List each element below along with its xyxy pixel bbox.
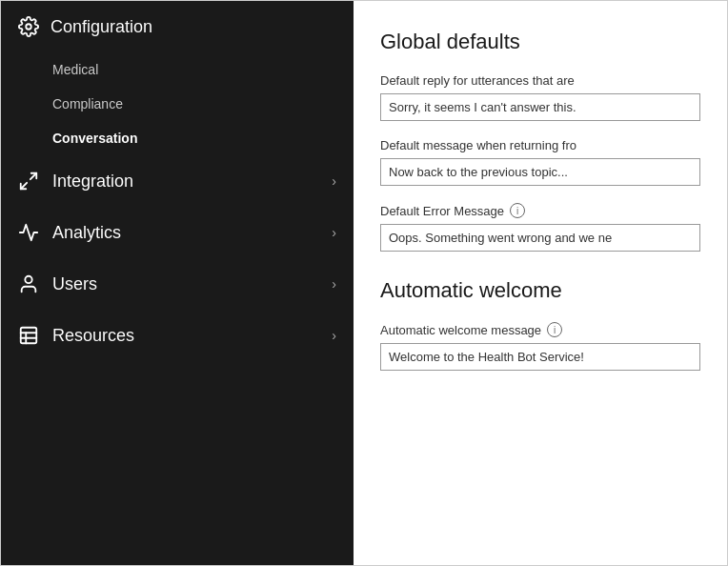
sidebar-item-medical[interactable]: Medical xyxy=(1,52,354,87)
users-chevron-icon: › xyxy=(332,276,336,292)
sidebar-item-analytics[interactable]: Analytics › xyxy=(1,207,354,258)
sidebar-item-conversation[interactable]: Conversation xyxy=(1,121,354,155)
field-default-reply-label: Default reply for utterances that are xyxy=(380,73,700,88)
field-welcome-message: Automatic welcome message i xyxy=(380,322,700,371)
sidebar-item-resources[interactable]: Resources › xyxy=(1,310,354,361)
configuration-label: Configuration xyxy=(51,17,152,37)
default-error-input[interactable] xyxy=(380,224,700,252)
integration-chevron-icon: › xyxy=(332,173,336,189)
global-defaults-section: Global defaults Default reply for uttera… xyxy=(380,30,700,252)
analytics-chevron-icon: › xyxy=(332,225,336,240)
users-icon xyxy=(18,273,39,294)
default-error-info-icon[interactable]: i xyxy=(510,203,525,218)
default-reply-input[interactable] xyxy=(380,93,700,121)
field-default-error: Default Error Message i xyxy=(380,203,700,252)
default-return-input[interactable] xyxy=(380,158,700,186)
users-label: Users xyxy=(52,274,318,294)
global-defaults-title: Global defaults xyxy=(380,30,700,54)
svg-line-1 xyxy=(30,173,36,179)
svg-point-0 xyxy=(26,24,31,30)
resources-icon xyxy=(18,325,39,346)
resources-chevron-icon: › xyxy=(332,328,336,343)
welcome-message-input[interactable] xyxy=(380,343,700,371)
integration-label: Integration xyxy=(52,172,318,192)
field-default-error-label: Default Error Message i xyxy=(380,203,700,218)
sidebar-item-users[interactable]: Users › xyxy=(1,258,354,310)
resources-label: Resources xyxy=(52,326,318,346)
sidebar: Configuration Medical Compliance Convers… xyxy=(1,1,354,565)
analytics-icon xyxy=(18,222,39,243)
sidebar-item-compliance[interactable]: Compliance xyxy=(1,87,354,121)
automatic-welcome-title: Automatic welcome xyxy=(380,278,700,303)
integration-icon xyxy=(18,171,39,192)
automatic-welcome-section: Automatic welcome Automatic welcome mess… xyxy=(380,278,700,371)
analytics-label: Analytics xyxy=(52,223,318,243)
field-default-return-label: Default message when returning fro xyxy=(380,138,700,152)
gear-icon xyxy=(18,16,39,37)
field-default-reply: Default reply for utterances that are xyxy=(380,73,700,121)
sidebar-item-integration[interactable]: Integration › xyxy=(1,155,354,207)
field-default-return: Default message when returning fro xyxy=(380,138,700,186)
welcome-message-info-icon[interactable]: i xyxy=(547,322,562,337)
field-welcome-message-label: Automatic welcome message i xyxy=(380,322,700,337)
sidebar-header-configuration[interactable]: Configuration xyxy=(1,1,354,52)
main-content: Global defaults Default reply for uttera… xyxy=(354,1,727,565)
svg-line-2 xyxy=(21,183,27,189)
svg-point-3 xyxy=(25,276,31,283)
svg-rect-4 xyxy=(21,328,37,344)
